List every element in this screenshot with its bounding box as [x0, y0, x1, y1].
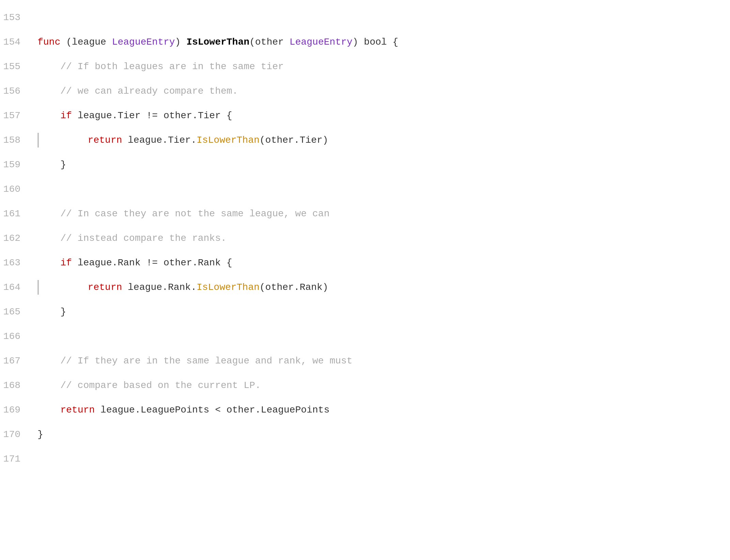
code-token: IsLowerThan	[197, 135, 260, 145]
code-token: league.Rank.	[122, 282, 196, 293]
code-token: // instead compare the ranks.	[37, 233, 227, 244]
code-token: (league	[60, 37, 112, 47]
line-number: 171	[0, 452, 31, 466]
line-number: 156	[0, 84, 31, 98]
code-line: 161 // In case they are not the same lea…	[0, 206, 730, 231]
code-line: 167 // If they are in the same league an…	[0, 354, 730, 378]
code-token: ) bool {	[352, 37, 398, 47]
line-content: }	[31, 157, 66, 172]
code-line: 156 // we can already compare them.	[0, 84, 730, 108]
code-token: LeagueEntry	[289, 37, 352, 47]
line-number: 164	[0, 280, 31, 295]
code-token: (other	[249, 37, 290, 47]
code-line: 163 if league.Rank != other.Rank {	[0, 255, 730, 280]
code-token: // In case they are not the same league,…	[37, 208, 330, 219]
line-content: func (league LeagueEntry) IsLowerThan(ot…	[31, 35, 398, 49]
code-line: 159 }	[0, 157, 730, 182]
line-number: 158	[0, 133, 31, 147]
line-content: // we can already compare them.	[31, 84, 238, 98]
line-number: 169	[0, 403, 31, 417]
code-line: 171	[0, 452, 730, 476]
code-token	[42, 282, 88, 293]
code-token: (other.Rank)	[260, 282, 329, 293]
line-number: 161	[0, 206, 31, 221]
code-line: 154func (league LeagueEntry) IsLowerThan…	[0, 35, 730, 59]
code-token: }	[37, 307, 66, 317]
code-token: IsLowerThan	[197, 282, 260, 293]
code-token: // we can already compare them.	[37, 86, 238, 96]
code-line: 170}	[0, 427, 730, 452]
line-content: // In case they are not the same league,…	[31, 206, 330, 221]
code-line: 169 return league.LeaguePoints < other.L…	[0, 403, 730, 427]
code-token: if	[60, 110, 72, 121]
code-token: LeagueEntry	[112, 37, 175, 47]
line-number: 157	[0, 108, 31, 123]
code-token: // compare based on the current LP.	[37, 380, 261, 391]
code-token	[37, 405, 60, 415]
code-token	[37, 258, 60, 268]
code-line: 164 return league.Rank.IsLowerThan(other…	[0, 280, 730, 305]
line-number: 168	[0, 378, 31, 393]
line-content: // instead compare the ranks.	[31, 231, 227, 246]
code-token: league.LeaguePoints < other.LeaguePoints	[95, 405, 330, 415]
code-line: 158 return league.Tier.IsLowerThan(other…	[0, 133, 730, 157]
line-content: return league.Tier.IsLowerThan(other.Tie…	[31, 133, 328, 147]
code-token: // If both leagues are in the same tier	[37, 61, 284, 72]
line-number: 160	[0, 182, 31, 197]
indent-bar	[37, 280, 39, 295]
code-line: 168 // compare based on the current LP.	[0, 378, 730, 403]
code-token: league.Tier != other.Tier {	[72, 110, 232, 121]
line-content: if league.Rank != other.Rank {	[31, 255, 232, 270]
line-content: }	[31, 427, 43, 442]
code-token: }	[37, 429, 43, 440]
line-number: 167	[0, 354, 31, 368]
line-number: 162	[0, 231, 31, 246]
code-line: 166	[0, 329, 730, 354]
code-token: league.Tier.	[122, 135, 196, 145]
line-number: 170	[0, 427, 31, 442]
code-line: 160	[0, 182, 730, 206]
code-token: league.Rank != other.Rank {	[72, 258, 232, 268]
line-content: }	[31, 305, 66, 319]
code-token: return	[88, 282, 122, 293]
code-token	[42, 135, 88, 145]
line-number: 155	[0, 59, 31, 74]
code-line: 165 }	[0, 305, 730, 329]
code-container: 153154func (league LeagueEntry) IsLowerT…	[0, 7, 730, 560]
line-content: // If both leagues are in the same tier	[31, 59, 284, 74]
line-content: if league.Tier != other.Tier {	[31, 108, 232, 123]
code-token: if	[60, 258, 72, 268]
code-token: }	[37, 159, 66, 170]
indent-bar	[37, 133, 39, 147]
code-token: // If they are in the same league and ra…	[37, 356, 352, 366]
line-content: return league.LeaguePoints < other.Leagu…	[31, 403, 330, 417]
line-content: // compare based on the current LP.	[31, 378, 261, 393]
line-number: 153	[0, 10, 31, 25]
code-line: 153	[0, 10, 730, 35]
code-token: func	[37, 37, 60, 47]
line-number: 159	[0, 157, 31, 172]
line-content: // If they are in the same league and ra…	[31, 354, 352, 368]
code-line: 157 if league.Tier != other.Tier {	[0, 108, 730, 133]
code-token: IsLowerThan	[186, 37, 249, 47]
code-line: 162 // instead compare the ranks.	[0, 231, 730, 255]
line-content: return league.Rank.IsLowerThan(other.Ran…	[31, 280, 328, 295]
line-number: 154	[0, 35, 31, 49]
code-token: return	[88, 135, 122, 145]
line-number: 165	[0, 305, 31, 319]
line-number: 163	[0, 255, 31, 270]
code-line: 155 // If both leagues are in the same t…	[0, 59, 730, 84]
line-number: 166	[0, 329, 31, 344]
code-token: )	[175, 37, 186, 47]
code-token: return	[60, 405, 95, 415]
code-token	[37, 110, 60, 121]
code-token: (other.Tier)	[260, 135, 329, 145]
